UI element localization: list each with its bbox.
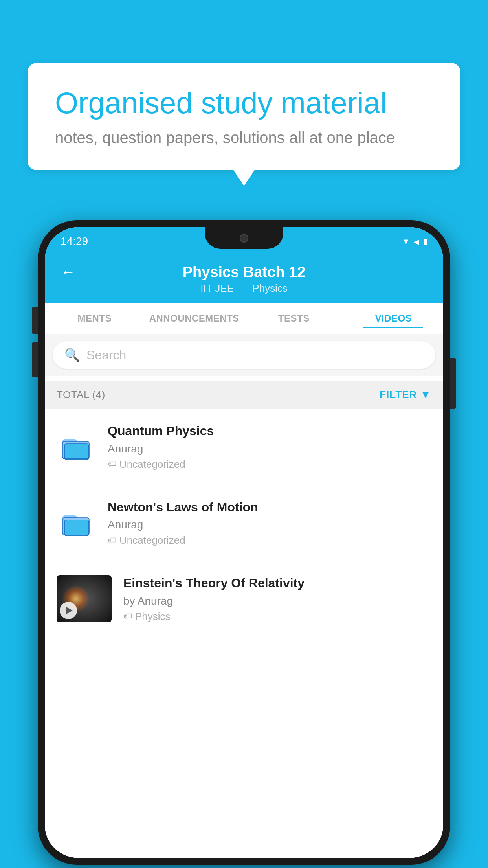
- search-icon: 🔍: [64, 348, 80, 362]
- video-thumbnail: [57, 575, 112, 622]
- back-button[interactable]: ←: [61, 264, 75, 281]
- video-info: Newton's Laws of Motion Anurag 🏷 Uncateg…: [108, 499, 431, 547]
- status-time: 14:29: [61, 235, 88, 248]
- search-container: 🔍 Search: [45, 334, 443, 376]
- total-count-label: TOTAL (4): [57, 389, 105, 401]
- filter-button[interactable]: FILTER ▼: [380, 388, 431, 401]
- tag-icon: 🏷: [108, 535, 116, 546]
- list-item[interactable]: Einstein's Theory Of Relativity by Anura…: [45, 561, 443, 637]
- video-author: Anurag: [108, 519, 431, 531]
- list-item[interactable]: Quantum Physics Anurag 🏷 Uncategorized: [45, 409, 443, 485]
- video-title: Einstein's Theory Of Relativity: [123, 575, 431, 592]
- tag-label: Physics: [135, 611, 171, 623]
- speech-bubble-title: Organised study material: [55, 86, 433, 120]
- folder-icon: [61, 509, 92, 537]
- search-placeholder: Search: [86, 348, 126, 362]
- tab-announcements[interactable]: ANNOUNCEMENTS: [145, 309, 244, 328]
- batch-title: Physics Batch 12: [183, 264, 306, 281]
- tab-videos[interactable]: VIDEOS: [344, 309, 444, 328]
- video-title: Quantum Physics: [108, 423, 431, 440]
- tab-tests[interactable]: TESTS: [244, 309, 344, 328]
- folder-icon: [61, 433, 92, 460]
- phone-notch: [205, 227, 283, 249]
- signal-icon: [414, 236, 419, 246]
- volume-up-button: [32, 307, 38, 334]
- video-title: Newton's Laws of Motion: [108, 499, 431, 516]
- play-icon: [66, 607, 73, 614]
- video-tag: 🏷 Physics: [123, 611, 431, 623]
- status-icons: [402, 236, 427, 246]
- tag-label: Uncategorized: [119, 458, 185, 471]
- phone-container: 14:29 ← Physics Batch 12 IIT JEE Physics: [38, 220, 450, 865]
- phone-outer: 14:29 ← Physics Batch 12 IIT JEE Physics: [38, 220, 450, 865]
- filter-icon: ▼: [420, 388, 431, 401]
- svg-rect-1: [64, 444, 89, 460]
- tabs-bar: MENTS ANNOUNCEMENTS TESTS VIDEOS: [45, 303, 443, 334]
- subtitle-physics: Physics: [252, 282, 288, 294]
- wifi-icon: [402, 236, 410, 246]
- speech-bubble: Organised study material notes, question…: [28, 63, 460, 170]
- filter-label: FILTER: [380, 389, 417, 401]
- speech-bubble-subtitle: notes, question papers, solutions all at…: [55, 129, 433, 147]
- tab-ments[interactable]: MENTS: [45, 309, 145, 328]
- video-tag: 🏷 Uncategorized: [108, 534, 431, 546]
- video-list: Quantum Physics Anurag 🏷 Uncategorized: [45, 409, 443, 858]
- folder-icon-wrapper: [57, 505, 96, 541]
- video-info: Einstein's Theory Of Relativity by Anura…: [123, 575, 431, 623]
- video-author: by Anurag: [123, 595, 431, 607]
- folder-icon-wrapper: [57, 429, 96, 464]
- batch-subtitle: IIT JEE Physics: [196, 282, 292, 294]
- tag-icon: 🏷: [123, 611, 132, 622]
- svg-rect-5: [64, 520, 89, 536]
- app-header-top: ← Physics Batch 12: [45, 264, 443, 281]
- tag-label: Uncategorized: [119, 534, 185, 546]
- video-info: Quantum Physics Anurag 🏷 Uncategorized: [108, 423, 431, 471]
- speech-bubble-container: Organised study material notes, question…: [28, 63, 460, 170]
- filter-bar: TOTAL (4) FILTER ▼: [45, 381, 443, 409]
- tag-icon: 🏷: [108, 459, 116, 469]
- list-item[interactable]: Newton's Laws of Motion Anurag 🏷 Uncateg…: [45, 485, 443, 561]
- front-camera: [240, 234, 248, 243]
- battery-icon: [423, 236, 427, 246]
- video-author: Anurag: [108, 443, 431, 455]
- video-tag: 🏷 Uncategorized: [108, 458, 431, 471]
- subtitle-iit: IIT JEE: [200, 282, 234, 294]
- phone-screen: 14:29 ← Physics Batch 12 IIT JEE Physics: [45, 227, 443, 858]
- search-box[interactable]: 🔍 Search: [53, 341, 435, 369]
- volume-down-button: [32, 342, 38, 370]
- app-header: ← Physics Batch 12 IIT JEE Physics: [45, 256, 443, 303]
